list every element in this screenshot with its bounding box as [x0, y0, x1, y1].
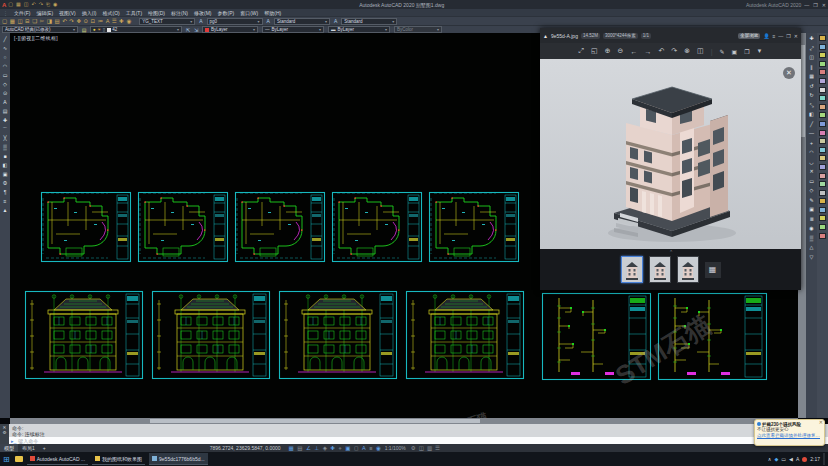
close-button[interactable]: ✕: [822, 2, 826, 8]
modify-tool-icon[interactable]: ▦: [809, 72, 814, 82]
menu-item[interactable]: 窗口(W): [237, 10, 261, 16]
status-toggle-icon[interactable]: ◈: [323, 445, 327, 451]
draw-tool-icon[interactable]: ◇: [3, 80, 7, 89]
file-explorer-icon[interactable]: [15, 456, 23, 462]
toolbar-icon[interactable]: ✚: [119, 18, 124, 24]
modify-tool-icon[interactable]: ✕: [809, 167, 813, 177]
toolbar-icon[interactable]: ◫: [17, 18, 22, 24]
tab-add-layout[interactable]: +: [39, 444, 50, 452]
modify-tool-icon[interactable]: +: [810, 139, 813, 149]
viewer-tool-icon[interactable]: ◱: [591, 47, 598, 55]
annotation-scale[interactable]: 1:1/100%: [385, 445, 406, 451]
qat-icon[interactable]: ▢: [8, 1, 13, 8]
draw-tool-icon[interactable]: ¶: [4, 188, 7, 197]
draw-tool-icon[interactable]: ⊙: [3, 89, 7, 98]
draw-tool-icon[interactable]: ◧: [3, 161, 8, 170]
autocad-logo-icon[interactable]: A: [2, 2, 6, 8]
status-tool-icon[interactable]: ⚙: [411, 445, 416, 451]
property-tool-icon[interactable]: [819, 52, 826, 58]
property-tool-icon[interactable]: [819, 95, 826, 101]
linetype-dropdown[interactable]: — ByLayer ▾: [262, 26, 324, 33]
menu-item[interactable]: 格式(O): [99, 10, 122, 16]
property-tool-icon[interactable]: [819, 35, 826, 41]
draw-tool-icon[interactable]: ▲: [3, 206, 8, 215]
property-tool-icon[interactable]: [819, 61, 826, 67]
property-tool-icon[interactable]: [819, 147, 826, 153]
toolbar-icon[interactable]: ▦: [10, 18, 15, 24]
elevation-sheet[interactable]: [405, 290, 525, 384]
toolbar-icon[interactable]: ✥: [76, 18, 81, 24]
property-tool-icon[interactable]: [819, 112, 826, 118]
modify-tool-icon[interactable]: ✎: [809, 196, 813, 206]
property-tool-icon[interactable]: [819, 190, 826, 196]
status-toggle-icon[interactable]: ▣: [345, 445, 350, 451]
photo-thumbnail[interactable]: [621, 256, 643, 283]
modify-tool-icon[interactable]: ◫: [809, 53, 814, 63]
draw-tool-icon[interactable]: ■: [3, 152, 6, 161]
style-tool-icon[interactable]: A: [267, 18, 270, 24]
text-style-dropdown[interactable]: YG_TEXT▾: [139, 18, 195, 25]
property-tool-icon[interactable]: [819, 224, 826, 230]
toolbar-icon[interactable]: ⊙: [84, 18, 89, 24]
toolbar-icon[interactable]: ↷: [69, 18, 74, 24]
menu-item[interactable]: 修改(M): [191, 10, 215, 16]
draw-tool-icon[interactable]: ╱: [3, 35, 6, 44]
viewer-maximize-button[interactable]: ❐: [786, 33, 790, 39]
tray-icon[interactable]: A: [796, 456, 799, 462]
make-layer-current-icon[interactable]: ⇱: [184, 26, 192, 33]
viewer-tool-icon[interactable]: ▼: [757, 48, 763, 54]
draw-tool-icon[interactable]: ⌒: [3, 125, 8, 134]
viewer-tool-icon[interactable]: ↶: [658, 47, 664, 55]
section-sheet[interactable]: [657, 292, 768, 385]
viewer-photo[interactable]: ✕: [540, 59, 801, 249]
property-tool-icon[interactable]: [819, 69, 826, 75]
taskbar-task[interactable]: Autodesk AutoCAD ...: [27, 453, 88, 465]
tray-icon[interactable]: ◆: [774, 456, 778, 462]
start-button[interactable]: ⊞: [3, 455, 10, 464]
thumbnail-grid-button[interactable]: ▦: [705, 262, 721, 278]
draw-tool-icon[interactable]: ∿: [3, 44, 7, 53]
color-dropdown[interactable]: ByLayer ▾: [202, 26, 258, 33]
qat-icon[interactable]: ↶: [32, 1, 36, 8]
draw-tool-icon[interactable]: ▤: [3, 107, 8, 116]
modify-tool-icon[interactable]: ▽: [810, 253, 814, 263]
command-input[interactable]: ▸_ 键入命令: [9, 437, 828, 444]
modify-tool-icon[interactable]: ↻: [809, 91, 813, 101]
floor-plan-sheet[interactable]: [137, 188, 229, 270]
property-tool-icon[interactable]: [819, 44, 826, 50]
viewer-tool-icon[interactable]: ✎: [720, 48, 725, 55]
dim-style-dropdown[interactable]: pg0▾: [207, 18, 263, 25]
property-tool-icon[interactable]: [819, 138, 826, 144]
status-toggle-icon[interactable]: ✚: [330, 445, 335, 451]
menu-item[interactable]: 插入(I): [79, 10, 100, 16]
draw-tool-icon[interactable]: Φ: [3, 179, 7, 188]
menu-item[interactable]: 编辑(E): [33, 10, 56, 16]
notification-link[interactable]: 点此查看拦截详情并处理修复…: [757, 433, 822, 439]
modify-tool-icon[interactable]: ◠: [809, 148, 813, 158]
menu-item[interactable]: 视图(V): [56, 10, 79, 16]
property-tool-icon[interactable]: [819, 207, 826, 213]
status-toggle-icon[interactable]: ⌖: [339, 445, 342, 452]
horizontal-scroll-thumb[interactable]: [150, 419, 480, 423]
taskbar-task[interactable]: 我的图纸和效果图: [92, 453, 145, 465]
draw-tool-icon[interactable]: ▣: [3, 170, 8, 179]
modify-tool-icon[interactable]: ↺: [809, 82, 813, 92]
photo-thumbnail[interactable]: [649, 256, 671, 283]
draw-tool-icon[interactable]: ○: [3, 53, 6, 62]
property-tool-icon[interactable]: [819, 198, 826, 204]
viewer-tool-icon[interactable]: ⤢: [578, 47, 584, 55]
style-tool-icon[interactable]: A: [334, 18, 337, 24]
toolbar-icon[interactable]: ≔: [98, 18, 104, 24]
tray-alert-icon[interactable]: [802, 457, 807, 462]
draw-tool-icon[interactable]: ◠: [3, 62, 7, 71]
qat-icon[interactable]: ⎗: [46, 1, 50, 8]
property-tool-icon[interactable]: [819, 233, 826, 239]
command-wrench-icon[interactable]: ⚙: [2, 430, 6, 435]
elevation-sheet[interactable]: [278, 290, 398, 384]
tray-icon[interactable]: ▭: [781, 456, 786, 462]
modify-tool-icon[interactable]: ∥: [810, 63, 813, 73]
modify-tool-icon[interactable]: △: [810, 243, 814, 253]
modify-tool-icon[interactable]: ╱: [810, 120, 813, 130]
viewer-tool-icon[interactable]: ←: [630, 48, 637, 55]
floor-plan-sheet[interactable]: [40, 188, 132, 270]
